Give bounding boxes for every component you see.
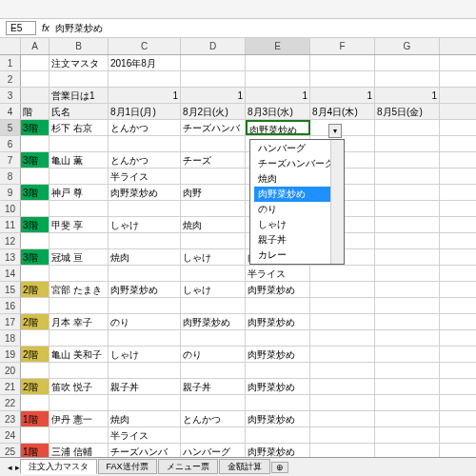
cell-C23[interactable]: 焼肉 xyxy=(109,411,181,426)
cell-G17[interactable] xyxy=(375,314,440,329)
cell-C9[interactable]: 肉野菜炒め xyxy=(109,185,181,200)
col-B[interactable]: B xyxy=(50,38,109,54)
cell-D7[interactable]: チーズ xyxy=(181,152,246,168)
cell-B2[interactable] xyxy=(50,71,109,87)
row-header-3[interactable]: 3 xyxy=(0,88,21,103)
cell-B21[interactable]: 笛吹 悦子 xyxy=(50,379,109,394)
cell-G14[interactable] xyxy=(375,266,440,281)
cell-C11[interactable]: しゃけ xyxy=(109,217,181,232)
cell-A18[interactable] xyxy=(21,330,50,346)
cell-B17[interactable]: 月本 幸子 xyxy=(50,314,109,329)
cell-C1[interactable]: 2016年8月 xyxy=(109,55,181,70)
cell-E22[interactable] xyxy=(246,395,310,410)
cell-A23[interactable]: 1階 xyxy=(21,411,50,426)
cell-B1[interactable]: 注文マスタ xyxy=(50,55,109,70)
cell-G12[interactable] xyxy=(375,233,440,248)
cell-B23[interactable]: 伊丹 憲一 xyxy=(50,411,109,426)
cell-B13[interactable]: 冠城 亘 xyxy=(50,249,109,265)
cell-G5[interactable] xyxy=(375,120,440,135)
cell-A6[interactable] xyxy=(21,136,50,151)
cell-A21[interactable]: 2階 xyxy=(21,379,50,394)
cell-B20[interactable] xyxy=(50,363,109,378)
cell-E3[interactable]: 1 xyxy=(246,88,310,103)
row-header-23[interactable]: 23 xyxy=(0,411,21,426)
cell-B3[interactable]: 営業日は1 xyxy=(50,88,109,103)
cell-E15[interactable]: 肉野菜炒め xyxy=(246,282,310,297)
cell-A20[interactable] xyxy=(21,363,50,378)
cell-E19[interactable]: 肉野菜炒め xyxy=(246,347,310,362)
cell-B7[interactable]: 亀山 薫 xyxy=(50,152,109,168)
row-header-11[interactable]: 11 xyxy=(0,217,21,232)
col-D[interactable]: D xyxy=(181,38,246,54)
cell-C3[interactable]: 1 xyxy=(109,88,181,103)
dropdown-list[interactable]: ハンバーグチーズハンバーグ焼肉肉野菜炒めのりしゃけ親子丼カレー xyxy=(249,139,345,265)
name-box[interactable]: E5 xyxy=(6,21,36,35)
col-F[interactable]: F xyxy=(310,38,375,54)
cell-E24[interactable] xyxy=(246,427,310,443)
cell-A19[interactable]: 2階 xyxy=(21,347,50,362)
cell-B11[interactable]: 甲斐 享 xyxy=(50,217,109,232)
col-C[interactable]: C xyxy=(109,38,181,54)
col-E[interactable]: E xyxy=(246,38,310,54)
cell-F17[interactable] xyxy=(310,314,375,329)
cell-G24[interactable] xyxy=(375,427,440,443)
row-header-2[interactable]: 2 xyxy=(0,71,21,87)
cell-D14[interactable] xyxy=(181,266,246,281)
dropdown-item[interactable]: 親子丼 xyxy=(254,232,340,248)
cell-C6[interactable] xyxy=(109,136,181,151)
select-all[interactable] xyxy=(0,38,21,54)
cell-C4[interactable]: 8月1日(月) xyxy=(109,104,181,119)
cell-F16[interactable] xyxy=(310,298,375,313)
row-header-10[interactable]: 10 xyxy=(0,201,21,216)
cell-G11[interactable] xyxy=(375,217,440,232)
row-header-13[interactable]: 13 xyxy=(0,249,21,265)
cell-F20[interactable] xyxy=(310,363,375,378)
cell-D3[interactable]: 1 xyxy=(181,88,246,103)
cell-D6[interactable] xyxy=(181,136,246,151)
cell-C24[interactable]: 半ライス xyxy=(109,427,181,443)
row-header-12[interactable]: 12 xyxy=(0,233,21,248)
cell-B24[interactable] xyxy=(50,427,109,443)
cell-G15[interactable] xyxy=(375,282,440,297)
cell-C12[interactable] xyxy=(109,233,181,248)
cell-A1[interactable] xyxy=(21,55,50,70)
cell-F23[interactable] xyxy=(310,411,375,426)
row-header-21[interactable]: 21 xyxy=(0,379,21,394)
row-header-7[interactable]: 7 xyxy=(0,152,21,168)
cell-A4[interactable]: 階 xyxy=(21,104,50,119)
sheet-tab[interactable]: FAX送付票 xyxy=(98,459,157,474)
cell-C22[interactable] xyxy=(109,395,181,410)
cell-A5[interactable]: 3階 xyxy=(21,120,50,135)
row-header-14[interactable]: 14 xyxy=(0,266,21,281)
cell-C17[interactable]: のり xyxy=(109,314,181,329)
cell-F2[interactable] xyxy=(310,71,375,87)
cell-E2[interactable] xyxy=(246,71,310,87)
row-header-4[interactable]: 4 xyxy=(0,104,21,119)
cell-G1[interactable] xyxy=(375,55,440,70)
cell-B8[interactable] xyxy=(50,169,109,184)
cell-G4[interactable]: 8月5日(金) xyxy=(375,104,440,119)
cell-A9[interactable]: 3階 xyxy=(21,185,50,200)
add-sheet[interactable]: ⊕ xyxy=(271,462,288,473)
dropdown-item[interactable]: 焼肉 xyxy=(254,171,340,187)
sheet-tab[interactable]: メニュー票 xyxy=(158,459,218,474)
cell-D8[interactable] xyxy=(181,169,246,184)
dropdown-button[interactable]: ▾ xyxy=(328,124,342,138)
cell-D15[interactable]: しゃけ xyxy=(181,282,246,297)
cell-E5[interactable]: 肉野菜炒め xyxy=(246,120,310,135)
row-header-1[interactable]: 1 xyxy=(0,55,21,70)
cell-D4[interactable]: 8月2日(火) xyxy=(181,104,246,119)
row-header-9[interactable]: 9 xyxy=(0,185,21,200)
dropdown-item[interactable]: カレー xyxy=(254,248,340,263)
cell-B19[interactable]: 亀山 美和子 xyxy=(50,347,109,362)
row-header-16[interactable]: 16 xyxy=(0,298,21,313)
row-header-17[interactable]: 17 xyxy=(0,314,21,329)
cell-A17[interactable]: 2階 xyxy=(21,314,50,329)
cell-G16[interactable] xyxy=(375,298,440,313)
cell-D23[interactable]: とんかつ xyxy=(181,411,246,426)
tab-nav[interactable]: ◂ ▸ xyxy=(8,463,20,472)
cell-A2[interactable] xyxy=(21,71,50,87)
cell-A8[interactable] xyxy=(21,169,50,184)
cell-D17[interactable]: 肉野菜炒め xyxy=(181,314,246,329)
cell-D11[interactable]: 焼肉 xyxy=(181,217,246,232)
